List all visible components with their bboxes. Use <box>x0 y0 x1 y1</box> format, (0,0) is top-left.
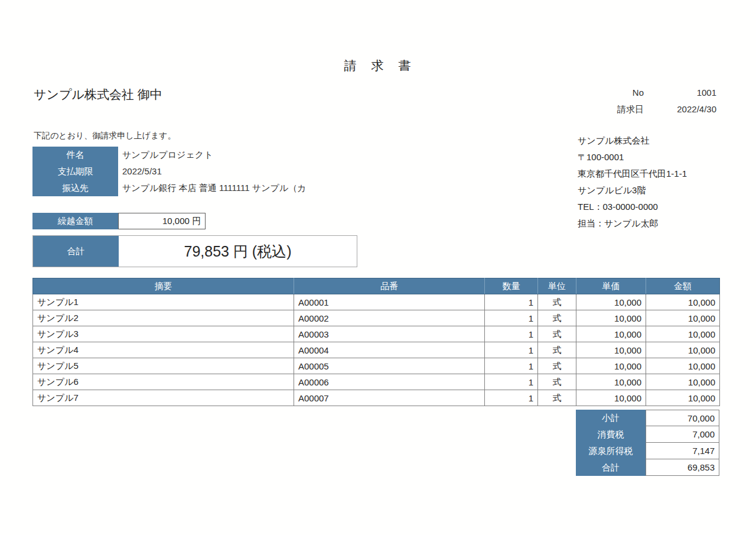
recipient-name: サンプル株式会社 御中 <box>34 86 162 103</box>
item-unit: 式 <box>538 310 576 326</box>
invoice-page: 請 求 書 サンプル株式会社 御中 No 1001 請求日 2022/4/30 … <box>0 0 756 535</box>
grand-total-box: 合計 79,853 円 (税込) <box>32 235 357 267</box>
totals-summary: 小計 70,000 消費税 7,000 源泉所得税 7,147 合計 69,85… <box>576 410 719 476</box>
subtotal-label: 小計 <box>576 410 646 426</box>
item-unit: 式 <box>538 374 576 390</box>
issuer-company: サンプル株式会社 <box>578 132 687 149</box>
table-row: サンプル1 A00001 1 式 10,000 10,000 <box>33 294 720 310</box>
bank-account-value: サンプル銀行 本店 普通 1111111 サンプル（カ <box>118 180 363 196</box>
total-value: 69,853 <box>646 459 719 476</box>
due-date-label: 支払期限 <box>32 163 118 180</box>
item-amount: 10,000 <box>646 326 720 342</box>
invoice-date-row: 請求日 2022/4/30 <box>579 103 716 119</box>
greeting-text: 下記のとおり、御請求申し上げます。 <box>34 131 176 141</box>
col-header-part-number: 品番 <box>294 278 485 294</box>
item-unit-price: 10,000 <box>576 374 646 390</box>
carryover-label: 繰越金額 <box>32 213 118 229</box>
issuer-block: サンプル株式会社 〒100-0001 東京都千代田区千代田1-1-1 サンプルビ… <box>578 132 687 232</box>
invoice-fields: 件名 サンプルプロジェクト 支払期限 2022/5/31 振込先 サンプル銀行 … <box>32 147 363 196</box>
item-amount: 10,000 <box>646 390 720 406</box>
bank-account-row: 振込先 サンプル銀行 本店 普通 1111111 サンプル（カ <box>32 180 363 196</box>
consumption-tax-row: 消費税 7,000 <box>576 426 719 443</box>
subject-row: 件名 サンプルプロジェクト <box>32 147 363 163</box>
invoice-number-label: No <box>579 86 644 103</box>
due-date-value: 2022/5/31 <box>118 163 363 180</box>
item-part-number: A00007 <box>294 390 485 406</box>
carryover-box: 繰越金額 10,000 円 <box>32 213 206 229</box>
issuer-address-line2: サンプルビル3階 <box>578 182 687 199</box>
table-row: サンプル2 A00002 1 式 10,000 10,000 <box>33 310 720 326</box>
bank-account-label: 振込先 <box>32 180 118 196</box>
invoice-meta: No 1001 請求日 2022/4/30 <box>579 86 716 119</box>
item-unit-price: 10,000 <box>576 358 646 374</box>
consumption-tax-value: 7,000 <box>646 426 719 443</box>
subtotal-row: 小計 70,000 <box>576 410 719 426</box>
item-amount: 10,000 <box>646 310 720 326</box>
item-quantity: 1 <box>485 390 538 406</box>
item-unit: 式 <box>538 390 576 406</box>
item-description: サンプル1 <box>33 294 294 310</box>
item-quantity: 1 <box>485 294 538 310</box>
issuer-contact-person: 担当：サンプル太郎 <box>578 215 687 232</box>
item-unit-price: 10,000 <box>576 326 646 342</box>
item-unit-price: 10,000 <box>576 342 646 358</box>
withholding-tax-value: 7,147 <box>646 443 719 459</box>
table-row: サンプル7 A00007 1 式 10,000 10,000 <box>33 390 720 406</box>
issuer-postal-code: 〒100-0001 <box>578 149 687 166</box>
invoice-number-value: 1001 <box>644 86 716 103</box>
item-unit: 式 <box>538 358 576 374</box>
invoice-date-label: 請求日 <box>579 103 644 119</box>
total-label: 合計 <box>576 459 646 476</box>
item-unit-price: 10,000 <box>576 310 646 326</box>
item-unit-price: 10,000 <box>576 390 646 406</box>
item-quantity: 1 <box>485 374 538 390</box>
item-unit-price: 10,000 <box>576 294 646 310</box>
item-description: サンプル3 <box>33 326 294 342</box>
item-amount: 10,000 <box>646 358 720 374</box>
item-description: サンプル2 <box>33 310 294 326</box>
item-description: サンプル5 <box>33 358 294 374</box>
item-quantity: 1 <box>485 310 538 326</box>
item-part-number: A00004 <box>294 342 485 358</box>
item-quantity: 1 <box>485 358 538 374</box>
withholding-tax-label: 源泉所得税 <box>576 443 646 459</box>
item-amount: 10,000 <box>646 374 720 390</box>
invoice-number-row: No 1001 <box>579 86 716 103</box>
col-header-description: 摘要 <box>33 278 294 294</box>
col-header-unit: 単位 <box>538 278 576 294</box>
item-part-number: A00003 <box>294 326 485 342</box>
item-unit: 式 <box>538 326 576 342</box>
item-part-number: A00006 <box>294 374 485 390</box>
grand-total-value: 79,853 円 (税込) <box>119 236 357 267</box>
due-date-row: 支払期限 2022/5/31 <box>32 163 363 180</box>
item-quantity: 1 <box>485 342 538 358</box>
grand-total-label: 合計 <box>33 236 119 267</box>
line-items-table: 摘要 品番 数量 単位 単価 金額 サンプル1 A00001 1 式 10,00… <box>32 278 720 406</box>
table-row: サンプル4 A00004 1 式 10,000 10,000 <box>33 342 720 358</box>
issuer-address-line1: 東京都千代田区千代田1-1-1 <box>578 166 687 182</box>
table-row: サンプル6 A00006 1 式 10,000 10,000 <box>33 374 720 390</box>
invoice-date-value: 2022/4/30 <box>644 103 716 119</box>
issuer-phone: TEL：03-0000-0000 <box>578 199 687 215</box>
table-row: サンプル3 A00003 1 式 10,000 10,000 <box>33 326 720 342</box>
subject-value: サンプルプロジェクト <box>118 147 363 163</box>
item-unit: 式 <box>538 342 576 358</box>
consumption-tax-label: 消費税 <box>576 426 646 443</box>
col-header-quantity: 数量 <box>485 278 538 294</box>
document-title: 請 求 書 <box>0 57 756 74</box>
item-amount: 10,000 <box>646 294 720 310</box>
item-part-number: A00005 <box>294 358 485 374</box>
item-part-number: A00001 <box>294 294 485 310</box>
withholding-tax-row: 源泉所得税 7,147 <box>576 443 719 459</box>
item-description: サンプル4 <box>33 342 294 358</box>
table-header-row: 摘要 品番 数量 単位 単価 金額 <box>33 278 720 294</box>
col-header-unit-price: 単価 <box>576 278 646 294</box>
carryover-value: 10,000 円 <box>118 213 206 229</box>
item-part-number: A00002 <box>294 310 485 326</box>
total-row: 合計 69,853 <box>576 459 719 476</box>
item-description: サンプル7 <box>33 390 294 406</box>
table-row: サンプル5 A00005 1 式 10,000 10,000 <box>33 358 720 374</box>
item-unit: 式 <box>538 294 576 310</box>
item-description: サンプル6 <box>33 374 294 390</box>
subject-label: 件名 <box>32 147 118 163</box>
